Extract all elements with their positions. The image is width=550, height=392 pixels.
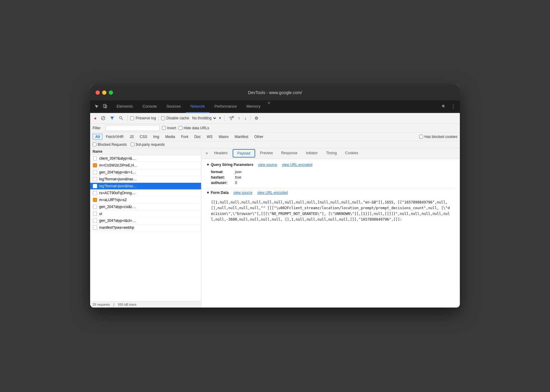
invert-checkbox-label[interactable]: Invert xyxy=(162,126,176,130)
type-filter-doc[interactable]: Doc xyxy=(191,134,203,140)
type-filter-manifest[interactable]: Manifest xyxy=(232,134,251,140)
search-icon-button[interactable] xyxy=(117,115,125,122)
wifi-settings-button[interactable] xyxy=(227,115,235,122)
check-icon xyxy=(93,191,97,195)
network-settings-button[interactable]: ⚙ xyxy=(253,115,260,122)
toolbar-separator-3 xyxy=(224,115,225,121)
has-blocked-cookies-label[interactable]: Has blocked cookies xyxy=(419,135,457,139)
request-list: client_204?&atyp=i&… • m=CnSW2d,DPreE,H…… xyxy=(90,155,201,301)
request-count: 25 requests xyxy=(93,303,110,306)
tab-timing[interactable]: Timing xyxy=(322,148,341,159)
form-view-source-link[interactable]: view source xyxy=(234,191,252,195)
query-view-source-link[interactable]: view source xyxy=(258,163,277,167)
settings-icon-button[interactable] xyxy=(439,103,448,111)
request-item[interactable]: gen_204?atyp=i&r=1… xyxy=(90,169,201,176)
request-item[interactable]: • m=aLUfP?xjs=s2 xyxy=(90,197,201,204)
tab-payload[interactable]: Payload xyxy=(233,149,255,158)
request-item[interactable]: gen_204?atyp=i&ct=… xyxy=(90,217,201,224)
block-requests-button[interactable] xyxy=(99,115,107,122)
toolbar-separator-1 xyxy=(127,115,128,121)
request-item[interactable]: client_204?&atyp=i&… xyxy=(90,155,201,162)
check-icon xyxy=(93,225,97,230)
type-filter-css[interactable]: CSS xyxy=(137,134,150,140)
record-button[interactable]: ● xyxy=(93,115,98,122)
cursor-icon-button[interactable] xyxy=(93,103,101,110)
tab-console[interactable]: Console xyxy=(138,100,162,113)
param-format: format: json xyxy=(206,169,455,175)
hide-data-urls-checkbox[interactable] xyxy=(179,126,182,130)
minimize-button[interactable] xyxy=(102,90,106,95)
more-tabs-button[interactable]: » xyxy=(265,100,273,113)
param-key-format: format: xyxy=(211,170,235,174)
request-item[interactable]: rs=ACT90oFqOrnng… xyxy=(90,190,201,197)
check-icon xyxy=(93,184,97,188)
blocked-requests-label[interactable]: Blocked Requests xyxy=(93,142,127,147)
throttle-select[interactable]: No throttling Fast 3G Slow 3G Offline xyxy=(190,115,217,121)
preserve-log-label[interactable]: Preserve log xyxy=(130,116,156,120)
request-item[interactable]: • m=CnSW2d,DPreE,H… xyxy=(90,162,201,169)
tab-preview[interactable]: Preview xyxy=(256,148,277,159)
type-filter-ws[interactable]: WS xyxy=(204,134,215,140)
more-options-button[interactable]: ⋮ xyxy=(449,103,457,111)
type-filter-js[interactable]: JS xyxy=(127,134,136,140)
param-key-hasfast: hasfast: xyxy=(211,175,235,179)
tab-headers[interactable]: Headers xyxy=(210,148,232,159)
toolbar-separator-4 xyxy=(250,115,251,121)
maximize-button[interactable] xyxy=(109,90,113,95)
param-value-hasfast: true xyxy=(235,175,241,179)
tab-elements[interactable]: Elements xyxy=(112,100,138,113)
tab-initiator[interactable]: Initiator xyxy=(302,148,322,159)
export-har-button[interactable]: ↓ xyxy=(243,115,248,122)
type-filter-wasm[interactable]: Wasm xyxy=(216,134,231,140)
request-list-header: Name xyxy=(90,148,201,155)
type-filter-font[interactable]: Font xyxy=(178,134,191,140)
third-party-requests-label[interactable]: 3rd-party requests xyxy=(130,142,165,147)
disable-cache-label[interactable]: Disable cache xyxy=(161,116,189,120)
transfer-size: 555 kB trans xyxy=(118,303,136,306)
param-value-authuser: 0 xyxy=(235,181,237,185)
svg-point-4 xyxy=(120,117,122,119)
tab-memory[interactable]: Memory xyxy=(242,100,265,113)
type-filter-other[interactable]: Other xyxy=(252,134,266,140)
detail-tab-bar: × Headers Payload Preview Response Initi… xyxy=(201,148,460,159)
request-item[interactable]: manifest?pwa=webhp xyxy=(90,224,201,231)
disable-cache-checkbox[interactable] xyxy=(161,116,165,120)
device-icon-button[interactable] xyxy=(101,103,109,110)
main-area: Name client_204?&atyp=i&… • m=CnSW2d,DPr… xyxy=(90,148,460,308)
form-view-urlencoded-link[interactable]: view URL-encoded xyxy=(257,191,288,195)
third-party-checkbox[interactable] xyxy=(130,142,134,146)
has-blocked-cookies-checkbox[interactable] xyxy=(419,135,423,139)
tab-network[interactable]: Network xyxy=(186,100,210,113)
filter-icon-button[interactable] xyxy=(108,115,116,122)
request-item[interactable]: gen_204?atyp=csi&r… xyxy=(90,204,201,210)
type-filter-img[interactable]: Img xyxy=(151,134,162,140)
check-icon xyxy=(93,170,97,175)
type-filter-all[interactable]: All xyxy=(93,134,102,140)
devtools-tab-bar: Elements Console Sources Network Perform… xyxy=(90,100,460,113)
tab-cookies[interactable]: Cookies xyxy=(341,148,362,159)
type-filter-row: All Fetch/XHR JS CSS Img Media Font Doc … xyxy=(90,133,460,141)
request-item-selected[interactable]: log?format=json&has… xyxy=(90,183,201,190)
type-filter-media[interactable]: Media xyxy=(163,134,178,140)
tab-performance[interactable]: Performance xyxy=(209,100,241,113)
check-icon xyxy=(93,218,97,223)
preserve-log-checkbox[interactable] xyxy=(130,116,134,120)
request-item[interactable]: ui xyxy=(90,210,201,217)
check-icon xyxy=(93,177,97,182)
import-har-button[interactable]: ↑ xyxy=(237,115,242,122)
detail-close-button[interactable]: × xyxy=(204,151,210,156)
param-key-authuser: authuser: xyxy=(211,181,235,185)
invert-checkbox[interactable] xyxy=(162,126,166,130)
doc-icon xyxy=(93,156,97,161)
throttle-dropdown-icon: ▼ xyxy=(218,116,222,120)
blocked-requests-checkbox[interactable] xyxy=(93,142,96,146)
filter-input[interactable] xyxy=(105,125,160,131)
query-view-urlencoded-link[interactable]: view URL-encoded xyxy=(282,163,312,167)
hide-data-urls-label[interactable]: Hide data URLs xyxy=(179,126,209,130)
blocked-row: Blocked Requests 3rd-party requests xyxy=(90,141,460,148)
tab-response[interactable]: Response xyxy=(277,148,302,159)
type-filter-fetch-xhr[interactable]: Fetch/XHR xyxy=(103,134,126,140)
tab-sources[interactable]: Sources xyxy=(162,100,186,113)
request-item[interactable]: log?format=json&has… xyxy=(90,176,201,183)
close-button[interactable] xyxy=(96,90,100,95)
